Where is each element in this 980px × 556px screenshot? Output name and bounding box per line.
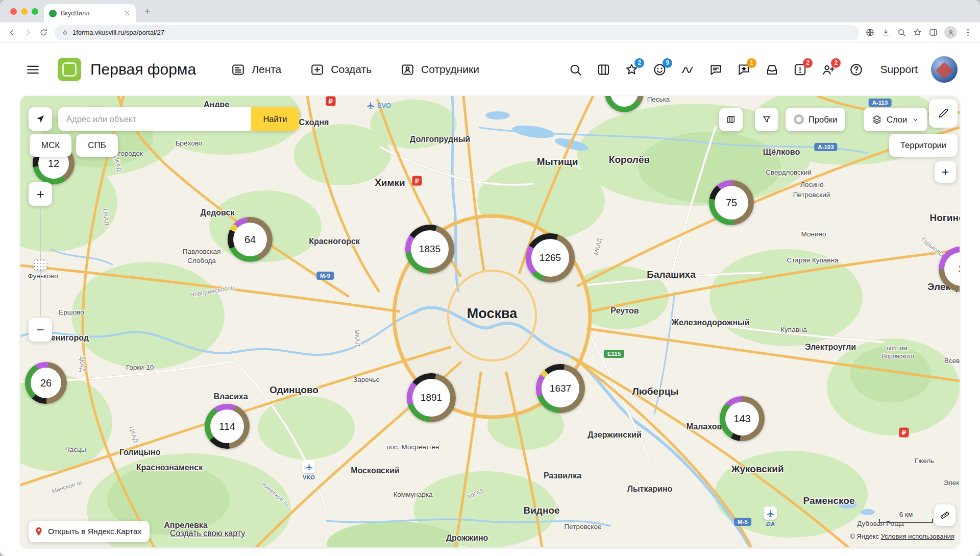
route-button[interactable] xyxy=(680,62,695,77)
browser-profile-avatar[interactable] xyxy=(944,26,957,39)
ruble-poi-badge[interactable]: ₽ xyxy=(412,176,422,186)
map-cluster-marker[interactable]: 26 xyxy=(25,362,67,404)
address-bar[interactable]: 1forma.vkusvill.ru/spa/portal/27 xyxy=(55,25,859,40)
open-in-yandex-maps-button[interactable]: Открыть в Яндекс.Картах xyxy=(29,521,150,542)
site-favicon-icon xyxy=(49,10,57,17)
map-place-label: Дзержинский xyxy=(587,430,641,440)
map-cluster-marker[interactable] xyxy=(605,96,644,112)
cluster-count: 114 xyxy=(210,409,244,443)
map-cluster-marker[interactable]: 114 xyxy=(205,404,250,449)
ruler-button[interactable] xyxy=(934,504,955,526)
header-actions: 2 9 1 2 2 Support xyxy=(568,56,958,83)
map-place-label: Сходня xyxy=(299,118,329,127)
map-type-button[interactable] xyxy=(719,108,743,131)
alerts-badge: 2 xyxy=(803,58,813,68)
map-place-label: МКАД xyxy=(593,237,603,256)
zoom-out-button[interactable]: − xyxy=(29,318,52,342)
alerts-button[interactable]: 2 xyxy=(793,62,807,77)
favorites-button[interactable]: 2 xyxy=(624,62,639,77)
map-search: Найти xyxy=(58,107,299,131)
terms-link[interactable]: Условия использования xyxy=(881,533,954,540)
nav-item-create[interactable]: Создать xyxy=(310,62,372,77)
map-place-label: Коммунарка xyxy=(393,491,432,498)
nav-item-feed[interactable]: Лента xyxy=(231,62,281,77)
map-place-label: Московский xyxy=(351,466,399,475)
ruble-poi-badge[interactable]: ₽ xyxy=(326,96,336,106)
filter-button[interactable] xyxy=(755,108,778,131)
route-icon xyxy=(680,62,695,77)
plane-icon xyxy=(764,506,777,520)
add-territory-button[interactable]: + xyxy=(935,161,956,183)
city-tab-msk[interactable]: МСК xyxy=(30,134,71,157)
territories-button[interactable]: Территории xyxy=(889,134,958,157)
map-search-input[interactable] xyxy=(58,107,251,131)
fullscreen-window-button[interactable] xyxy=(32,8,38,15)
geolocate-button[interactable] xyxy=(29,107,52,131)
hamburger-menu-button[interactable] xyxy=(26,62,40,77)
funnel-icon xyxy=(762,114,772,125)
user-avatar[interactable] xyxy=(931,56,958,83)
cluster-count: 3 xyxy=(944,252,960,286)
cluster-count: 1835 xyxy=(411,230,449,268)
map-cluster-marker[interactable]: 143 xyxy=(720,396,765,441)
nav-item-employees[interactable]: Сотрудники xyxy=(400,62,479,77)
minimize-window-button[interactable] xyxy=(21,8,28,15)
reload-icon[interactable] xyxy=(39,28,48,37)
translate-icon[interactable] xyxy=(865,28,875,37)
map-cluster-marker[interactable]: 64 xyxy=(228,217,273,262)
map-cluster-marker[interactable]: 1637 xyxy=(536,364,585,413)
map-place-label: Минское ш. xyxy=(51,478,84,495)
add-user-button[interactable]: 2 xyxy=(821,62,836,77)
map-cluster-marker[interactable]: 3 xyxy=(939,247,960,292)
map-cluster-marker[interactable]: 1265 xyxy=(526,233,575,282)
reactions-badge: 9 xyxy=(663,58,672,68)
ruble-poi-badge[interactable]: ₽ xyxy=(899,428,909,438)
back-icon[interactable] xyxy=(7,28,17,37)
mentions-badge: 1 xyxy=(747,58,756,68)
map-cluster-marker[interactable]: 1891 xyxy=(407,373,456,422)
create-own-map-link[interactable]: Создать свою карту xyxy=(170,529,245,538)
app-header: Первая форма Лента Создать Сотрудники 2 … xyxy=(0,43,980,96)
map-place-label: Купавна xyxy=(780,326,807,333)
map-cluster-marker[interactable]: 1835 xyxy=(405,225,454,274)
comments-button[interactable] xyxy=(708,62,723,77)
map-cluster-marker[interactable]: 75 xyxy=(709,180,754,225)
traffic-toggle[interactable]: Пробки xyxy=(786,108,845,131)
person-icon xyxy=(947,29,955,37)
browser-tab[interactable]: ВкусВилл xyxy=(44,4,136,22)
support-link[interactable]: Support xyxy=(880,63,918,76)
zoom-slider-handle[interactable] xyxy=(34,260,47,270)
map-place-label: Мытищи xyxy=(537,156,578,167)
reactions-button[interactable]: 9 xyxy=(652,62,667,77)
tab-close-icon[interactable] xyxy=(124,10,131,17)
map-place-label: Королёв xyxy=(609,154,650,165)
map-place-label: Свердловский xyxy=(766,168,812,176)
cluster-count: 143 xyxy=(725,402,759,436)
map-place-label: Железнодорожный xyxy=(671,318,749,327)
bookmark-star-icon[interactable] xyxy=(913,28,922,37)
inbox-button[interactable] xyxy=(765,62,779,77)
cluster-count: 64 xyxy=(233,223,267,256)
edit-map-button[interactable] xyxy=(929,99,958,128)
forward-icon[interactable] xyxy=(23,28,33,37)
browser-menu-icon[interactable] xyxy=(963,28,973,37)
search-button[interactable] xyxy=(568,62,583,77)
map-place-label: Киевское ш. xyxy=(261,481,292,509)
side-panel-icon[interactable] xyxy=(928,28,938,37)
zoom-icon[interactable] xyxy=(897,28,906,37)
layers-dropdown[interactable]: Слои xyxy=(864,108,927,131)
close-window-button[interactable] xyxy=(10,8,17,15)
map-place-label: ЦКАД xyxy=(78,355,86,372)
new-tab-button[interactable] xyxy=(143,7,152,16)
board-button[interactable] xyxy=(596,62,611,77)
map-container[interactable]: АндреСходняПеськаДолгопрудныйБрёхово...г… xyxy=(20,96,960,547)
window-controls xyxy=(10,8,38,15)
map-search-button[interactable]: Найти xyxy=(251,107,299,131)
mentions-button[interactable]: 1 xyxy=(737,62,751,77)
z oom-in-button[interactable]: + xyxy=(29,182,52,206)
location-arrow-icon xyxy=(35,114,45,124)
app-logo[interactable] xyxy=(58,58,81,81)
city-tab-spb[interactable]: СПБ xyxy=(76,134,118,157)
help-button[interactable] xyxy=(849,62,864,77)
download-icon[interactable] xyxy=(881,28,891,37)
